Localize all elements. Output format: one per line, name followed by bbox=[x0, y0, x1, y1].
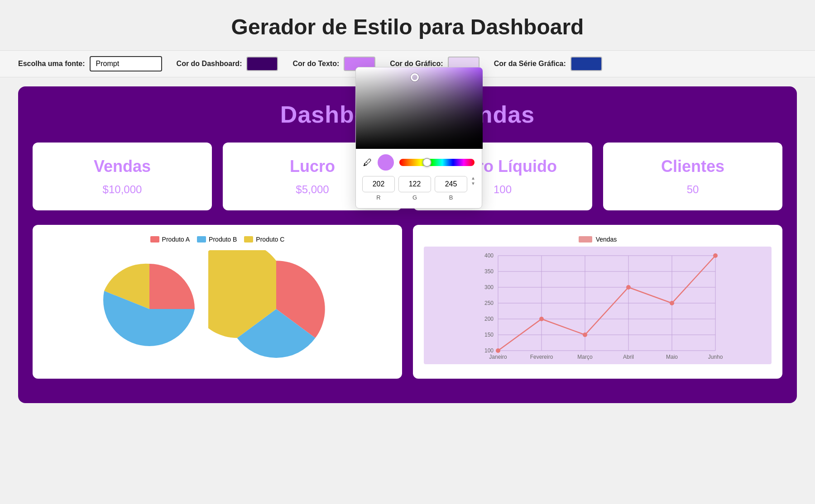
svg-text:Abril: Abril bbox=[623, 354, 634, 360]
dashboard-color-swatch[interactable] bbox=[246, 57, 278, 71]
b-field: B bbox=[435, 176, 467, 201]
picker-controls: 🖊 bbox=[356, 149, 482, 171]
svg-point-29 bbox=[626, 285, 631, 290]
line-chart-legend: Vendas bbox=[424, 236, 772, 243]
svg-text:Maio: Maio bbox=[666, 354, 678, 360]
dashboard-color-label: Cor do Dashboard: bbox=[177, 60, 242, 68]
kpi-value-fourth: 50 bbox=[614, 183, 772, 196]
page-title: Gerador de Estilo para Dashboard bbox=[0, 0, 815, 50]
svg-text:100: 100 bbox=[484, 347, 494, 354]
hue-slider[interactable] bbox=[399, 159, 475, 166]
r-input[interactable] bbox=[362, 176, 395, 192]
svg-text:Fevereiro: Fevereiro bbox=[530, 354, 553, 360]
svg-text:300: 300 bbox=[484, 284, 494, 290]
g-field: G bbox=[398, 176, 431, 201]
r-label: R bbox=[376, 194, 380, 201]
svg-text:Junho: Junho bbox=[708, 354, 723, 360]
charts-row: Produto A Produto B Produto C bbox=[33, 225, 782, 379]
eyedropper-button[interactable]: 🖊 bbox=[363, 157, 372, 168]
svg-text:250: 250 bbox=[484, 300, 494, 306]
font-label: Escolha uma fonte: bbox=[18, 60, 85, 68]
legend-label-b: Produto B bbox=[209, 236, 237, 243]
svg-text:Março: Março bbox=[577, 354, 593, 360]
pie-chart-card: Produto A Produto B Produto C bbox=[33, 225, 402, 379]
line-legend-swatch bbox=[579, 236, 592, 242]
font-control-group: Escolha uma fonte: bbox=[18, 56, 162, 71]
kpi-card-vendas: Vendas $10,000 bbox=[33, 143, 212, 210]
legend-item-c: Produto C bbox=[244, 236, 284, 243]
g-input[interactable] bbox=[398, 176, 431, 192]
color-gradient-area[interactable] bbox=[356, 67, 483, 149]
b-input[interactable] bbox=[435, 176, 467, 192]
series-color-label: Cor da Série Gráfica: bbox=[494, 60, 566, 68]
legend-dot-b bbox=[197, 236, 206, 242]
rgb-mode-selector[interactable]: ▲ ▼ bbox=[471, 176, 475, 201]
legend-label-a: Produto A bbox=[162, 236, 190, 243]
svg-text:150: 150 bbox=[484, 332, 494, 338]
kpi-title-vendas: Vendas bbox=[43, 157, 201, 176]
line-legend-vendas: Vendas bbox=[579, 236, 617, 243]
font-input[interactable] bbox=[90, 56, 162, 71]
svg-point-26 bbox=[496, 348, 500, 353]
legend-label-c: Produto C bbox=[256, 236, 284, 243]
color-picker-popup[interactable]: 🖊 R G B ▲ ▼ bbox=[355, 67, 482, 209]
series-color-group: Cor da Série Gráfica: bbox=[494, 57, 602, 71]
legend-item-a: Produto A bbox=[150, 236, 190, 243]
pie-chart-svg2 bbox=[208, 250, 344, 368]
line-legend-label: Vendas bbox=[596, 236, 617, 243]
line-chart-card: Vendas 100 bbox=[413, 225, 782, 379]
svg-point-30 bbox=[670, 301, 674, 305]
pie-chart-svg bbox=[91, 255, 208, 363]
legend-dot-a bbox=[150, 236, 159, 242]
dashboard-color-group: Cor do Dashboard: bbox=[177, 57, 278, 71]
legend-dot-c bbox=[244, 236, 253, 242]
line-chart-svg: 100 150 200 250 300 350 400 Janeiro Feve… bbox=[424, 247, 772, 364]
kpi-value-vendas: $10,000 bbox=[43, 183, 201, 196]
legend-item-b: Produto B bbox=[197, 236, 237, 243]
svg-text:400: 400 bbox=[484, 252, 494, 259]
text-color-label: Cor do Texto: bbox=[292, 60, 339, 68]
g-label: G bbox=[412, 194, 417, 201]
hue-thumb[interactable] bbox=[422, 158, 431, 167]
pie-container bbox=[43, 250, 391, 368]
color-preview-circle bbox=[378, 154, 394, 171]
series-color-swatch[interactable] bbox=[570, 57, 602, 71]
svg-point-27 bbox=[539, 317, 544, 321]
mode-arrow-down: ▼ bbox=[471, 181, 475, 186]
mode-arrow-up: ▲ bbox=[471, 176, 475, 181]
svg-text:Janeiro: Janeiro bbox=[489, 354, 507, 360]
kpi-card-fourth: Clientes 50 bbox=[603, 143, 782, 210]
kpi-title-fourth: Clientes bbox=[614, 157, 772, 176]
svg-point-31 bbox=[713, 253, 718, 258]
r-field: R bbox=[362, 176, 395, 201]
gradient-cursor[interactable] bbox=[411, 73, 419, 81]
b-label: B bbox=[449, 194, 453, 201]
svg-point-28 bbox=[583, 333, 587, 337]
svg-text:350: 350 bbox=[484, 268, 494, 275]
pie-legend: Produto A Produto B Produto C bbox=[43, 236, 391, 243]
rgb-inputs: R G B ▲ ▼ bbox=[356, 171, 482, 201]
svg-text:200: 200 bbox=[484, 316, 494, 322]
